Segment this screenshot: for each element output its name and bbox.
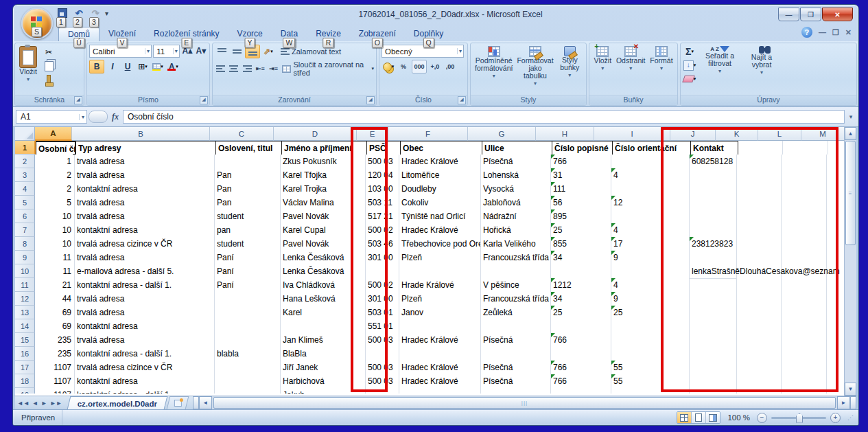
- insert-cells-button[interactable]: Vložit ▾: [591, 45, 613, 93]
- cell-J11[interactable]: [690, 278, 737, 293]
- paste-button[interactable]: Vložit ▾: [17, 45, 39, 93]
- clipboard-launcher-icon[interactable]: ◢: [74, 96, 82, 104]
- cell-E10[interactable]: [366, 264, 399, 279]
- cell-D17[interactable]: Jiří Janek: [281, 361, 366, 375]
- row-header-7[interactable]: 7: [15, 223, 35, 237]
- cell-L16[interactable]: [782, 347, 827, 361]
- cell-F12[interactable]: Plzeň: [399, 292, 481, 306]
- scroll-up-icon[interactable]: ▲: [845, 127, 856, 140]
- cell-M12[interactable]: [827, 292, 844, 306]
- cell-F14[interactable]: [399, 319, 481, 334]
- row-header-11[interactable]: 11: [15, 278, 35, 292]
- name-box-drop-icon[interactable]: ▾: [79, 114, 86, 120]
- sheet-tab[interactable]: cz.ortex.model.D0adr: [67, 396, 167, 409]
- cell-G10[interactable]: [481, 264, 551, 279]
- cell-F10[interactable]: [399, 264, 481, 279]
- cell-K16[interactable]: [737, 347, 782, 361]
- cell-K15[interactable]: [737, 333, 782, 348]
- tab-data[interactable]: DataW: [272, 27, 307, 41]
- cell-F1[interactable]: Obec: [401, 141, 482, 156]
- cell-A2[interactable]: 1: [35, 155, 75, 169]
- horizontal-scroll-track[interactable]: |||: [212, 396, 837, 409]
- cell-C15[interactable]: [215, 333, 281, 348]
- cell-M9[interactable]: [827, 251, 844, 265]
- cell-J14[interactable]: [690, 319, 737, 334]
- cell-F17[interactable]: Hradec Králové: [399, 361, 481, 375]
- cell-D3[interactable]: Karel Tfojka: [281, 168, 366, 183]
- column-header-H[interactable]: H: [536, 127, 594, 141]
- cell-D1[interactable]: Jméno a příjmení: [282, 141, 367, 156]
- cell-H18[interactable]: 766: [551, 374, 611, 389]
- cell-K17[interactable]: [737, 361, 782, 375]
- cell-M17[interactable]: [827, 361, 844, 375]
- cell-G1[interactable]: Ulice: [482, 141, 552, 156]
- format-cells-button[interactable]: Formát ▾: [648, 45, 675, 93]
- cell-C18[interactable]: [215, 374, 281, 389]
- cell-E13[interactable]: 503 01: [366, 306, 399, 320]
- cell-L15[interactable]: [782, 333, 827, 348]
- cell-F4[interactable]: Doudleby: [399, 182, 481, 196]
- column-header-E[interactable]: E: [357, 127, 388, 141]
- cell-B7[interactable]: kontaktní adresa: [75, 223, 215, 238]
- cell-L12[interactable]: [782, 292, 827, 306]
- minimize-button[interactable]: —: [778, 8, 799, 21]
- column-header-D[interactable]: D: [274, 127, 357, 141]
- cell-M3[interactable]: [827, 168, 844, 183]
- cell-I7[interactable]: 4: [611, 223, 690, 238]
- cell-H1[interactable]: Číslo popisné: [552, 141, 613, 156]
- cell-D4[interactable]: Karel Trojka: [281, 182, 366, 196]
- cell-G7[interactable]: Hořická: [481, 223, 551, 238]
- cell-C12[interactable]: [215, 292, 281, 306]
- row-header-15[interactable]: 15: [15, 333, 35, 347]
- cell-K5[interactable]: [737, 196, 782, 210]
- vertical-scroll-thumb[interactable]: ≡: [845, 141, 856, 245]
- cell-F18[interactable]: Hradec Králové: [399, 374, 481, 389]
- row-header-17[interactable]: 17: [15, 361, 35, 374]
- cell-H2[interactable]: 766: [551, 155, 611, 169]
- cell-L19[interactable]: [782, 388, 827, 394]
- cell-K8[interactable]: [737, 237, 782, 251]
- cell-H12[interactable]: 34: [551, 292, 611, 306]
- cell-K7[interactable]: [737, 223, 782, 238]
- cell-C19[interactable]: [215, 388, 281, 394]
- scroll-right-icon[interactable]: ►: [837, 396, 850, 409]
- page-break-view-button[interactable]: [706, 412, 720, 423]
- clear-button[interactable]: ▾: [683, 73, 696, 85]
- cell-I15[interactable]: [611, 333, 690, 348]
- cell-G8[interactable]: Karla Velikého: [481, 237, 551, 251]
- cell-B1[interactable]: Typ adresy: [76, 141, 216, 156]
- cell-J5[interactable]: [690, 196, 737, 210]
- cell-L6[interactable]: [782, 209, 827, 224]
- cell-I6[interactable]: [611, 209, 690, 224]
- insert-worksheet-button[interactable]: [166, 396, 189, 409]
- cell-G5[interactable]: Jabloňová: [481, 196, 551, 210]
- cell-B4[interactable]: kontaktní adresa: [75, 182, 215, 196]
- column-header-L[interactable]: L: [758, 127, 801, 141]
- cell-H14[interactable]: [551, 319, 611, 334]
- cell-B8[interactable]: trvalá adresa cizince v ČR: [75, 237, 215, 251]
- cell-F15[interactable]: Hradec Králové: [399, 333, 481, 348]
- cell-I12[interactable]: 9: [611, 292, 690, 306]
- cell-L2[interactable]: [782, 155, 827, 169]
- cell-B11[interactable]: kontaktní adresa - další 1.: [75, 278, 215, 293]
- cell-C9[interactable]: Paní: [215, 251, 281, 265]
- cell-B9[interactable]: trvalá adresa: [75, 251, 215, 265]
- cell-I13[interactable]: 25: [611, 306, 690, 320]
- increase-decimal-button[interactable]: +,0: [428, 60, 442, 73]
- scroll-split-handle[interactable]: [850, 396, 856, 409]
- fill-color-button[interactable]: ▾: [151, 60, 165, 73]
- cell-C3[interactable]: Pan: [215, 168, 281, 183]
- cell-C8[interactable]: student: [215, 237, 281, 251]
- conditional-formatting-button[interactable]: Podmíněné formátování ▾: [473, 45, 515, 93]
- cell-J12[interactable]: [690, 292, 737, 306]
- cell-H19[interactable]: [551, 388, 611, 394]
- cell-styles-button[interactable]: Styly buňky ▾: [556, 45, 584, 93]
- align-right-button[interactable]: [242, 62, 253, 75]
- cell-G17[interactable]: Písečná: [481, 361, 551, 375]
- cell-D5[interactable]: Václav Malina: [281, 196, 366, 210]
- cell-L18[interactable]: [782, 374, 827, 389]
- cell-E18[interactable]: 500 03: [366, 374, 399, 389]
- cell-A12[interactable]: 44: [35, 292, 75, 306]
- cell-K1[interactable]: [738, 141, 783, 155]
- cell-C13[interactable]: [215, 306, 281, 320]
